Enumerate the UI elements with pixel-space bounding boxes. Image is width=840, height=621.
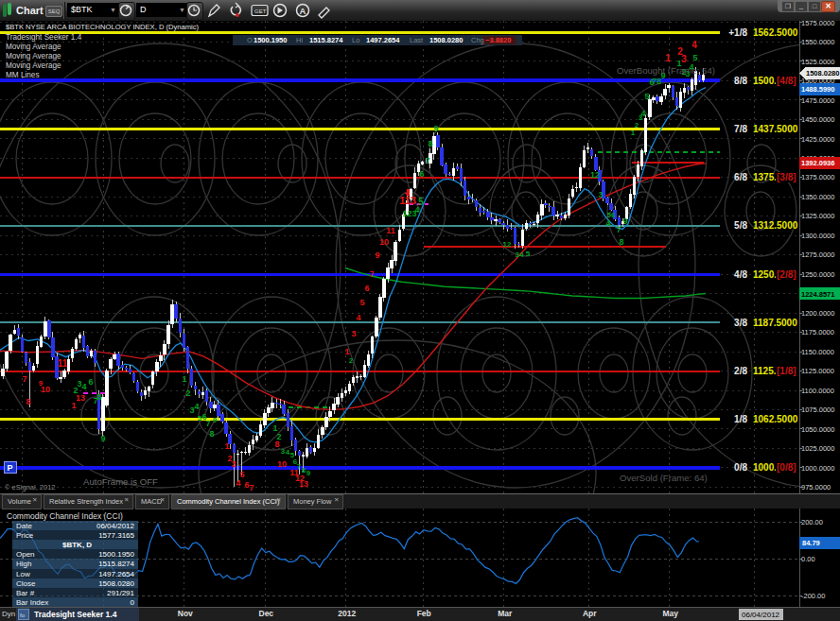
- svg-text:9: 9: [213, 416, 218, 424]
- svg-text:-200.00: -200.00: [801, 592, 825, 600]
- svg-text:✕: ✕: [276, 496, 281, 503]
- svg-text:Moving Average: Moving Average: [6, 52, 61, 60]
- svg-text:✕: ✕: [124, 496, 129, 503]
- svg-text:1150.0000: 1150.0000: [801, 348, 834, 356]
- svg-text:Open: Open: [16, 550, 35, 559]
- svg-text:6/8: 6/8: [734, 172, 747, 182]
- svg-text:3: 3: [598, 190, 603, 199]
- svg-text:+1/8: +1/8: [728, 27, 747, 38]
- svg-text:Lo: Lo: [352, 36, 359, 44]
- svg-text:1100.0000: 1100.0000: [801, 387, 834, 395]
- svg-text:OverBought (Frame: 64): OverBought (Frame: 64): [617, 65, 715, 76]
- svg-text:1300.0000: 1300.0000: [801, 232, 834, 240]
- svg-text:0: 0: [131, 598, 135, 607]
- svg-text:$BTK, D: $BTK, D: [62, 541, 92, 549]
- svg-text:1: 1: [631, 129, 636, 137]
- svg-text:2: 2: [635, 121, 639, 129]
- svg-text:06/04/2012: 06/04/2012: [742, 611, 780, 619]
- svg-text:1000.0000: 1000.0000: [801, 464, 834, 473]
- svg-text:Chg: Chg: [471, 36, 484, 44]
- svg-text:9: 9: [622, 216, 627, 226]
- svg-text:11: 11: [386, 226, 395, 235]
- svg-text:9: 9: [375, 250, 379, 260]
- svg-text:1250.0000: 1250.0000: [801, 270, 834, 279]
- svg-text:1497.2654: 1497.2654: [98, 570, 134, 578]
- svg-text:4: 4: [640, 109, 645, 118]
- svg-text:Date: Date: [16, 522, 32, 530]
- svg-text:8: 8: [428, 139, 432, 148]
- svg-text:1175.0000: 1175.0000: [801, 328, 834, 336]
- svg-text:3/8: 3/8: [734, 318, 747, 328]
- svg-text:975.0000: 975.0000: [801, 483, 831, 492]
- svg-text:[0/8]: [0/8]: [777, 462, 796, 473]
- svg-text:06/04/2012: 06/04/2012: [96, 522, 135, 530]
- svg-text:1312.5000: 1312.5000: [753, 220, 798, 231]
- svg-text:1/8: 1/8: [734, 414, 747, 424]
- svg-text:1525.0000: 1525.0000: [801, 58, 834, 66]
- svg-text:O: O: [247, 36, 253, 44]
- svg-text:High: High: [16, 560, 31, 568]
- svg-text:1577.3165: 1577.3165: [98, 531, 134, 540]
- svg-text:4: 4: [414, 205, 419, 215]
- svg-text:7: 7: [249, 483, 254, 492]
- svg-text:1325.0000: 1325.0000: [801, 212, 834, 220]
- svg-text:OverSold (Frame: 64): OverSold (Frame: 64): [620, 473, 708, 483]
- svg-text:$BTK NYSE ARCA BIOTECHNOLOGY I: $BTK NYSE ARCA BIOTECHNOLOGY INDEX, D (D…: [6, 23, 200, 31]
- svg-text:3: 3: [351, 329, 356, 338]
- svg-text:Nov: Nov: [178, 609, 193, 618]
- svg-text:1392.0936: 1392.0936: [801, 159, 834, 167]
- svg-text:1: 1: [344, 347, 349, 356]
- svg-text:MM Lines: MM Lines: [6, 71, 40, 79]
- svg-text:5: 5: [359, 298, 364, 307]
- svg-text:Moving Average: Moving Average: [6, 61, 61, 70]
- svg-text:291/291: 291/291: [107, 589, 134, 597]
- svg-text:2/8: 2/8: [734, 366, 747, 376]
- svg-text:1125.0000: 1125.0000: [801, 367, 834, 375]
- svg-text:1550.0000: 1550.0000: [801, 38, 834, 46]
- svg-text:1275.0000: 1275.0000: [801, 250, 834, 259]
- svg-text:Tradesight Seeker 1.4: Tradesight Seeker 1.4: [34, 610, 117, 619]
- svg-text:7: 7: [369, 269, 374, 279]
- svg-text:8: 8: [209, 429, 214, 439]
- svg-text:4: 4: [194, 402, 199, 411]
- svg-text:0/8: 0/8: [734, 462, 747, 473]
- svg-text:A: A: [300, 6, 306, 16]
- svg-text:10: 10: [277, 459, 287, 469]
- svg-text:1: 1: [182, 374, 186, 384]
- svg-text:Low: Low: [16, 570, 30, 578]
- svg-text:1500.1950: 1500.1950: [254, 36, 287, 44]
- svg-text:1: 1: [224, 441, 229, 451]
- svg-text:2: 2: [185, 388, 190, 398]
- svg-text:9: 9: [306, 469, 311, 477]
- svg-text:12: 12: [503, 240, 512, 249]
- svg-text:12: 12: [590, 170, 600, 180]
- svg-text:1062.5000: 1062.5000: [753, 414, 798, 424]
- svg-text:1350.0000: 1350.0000: [801, 193, 834, 201]
- svg-text:Last: Last: [410, 36, 424, 44]
- svg-text:[1/8]: [1/8]: [777, 366, 796, 376]
- svg-text:13: 13: [76, 393, 85, 403]
- svg-text:1515.8274: 1515.8274: [309, 36, 343, 44]
- svg-text:10: 10: [379, 237, 389, 247]
- svg-text:5/8: 5/8: [734, 220, 747, 231]
- svg-text:5: 5: [239, 470, 244, 479]
- svg-text:6: 6: [364, 284, 369, 293]
- svg-text:1: 1: [665, 53, 671, 63]
- svg-text:fo: fo: [20, 612, 26, 618]
- svg-text:Moving Average: Moving Average: [6, 43, 61, 51]
- svg-text:© eSignal, 2012: © eSignal, 2012: [5, 483, 55, 492]
- svg-text:13: 13: [299, 479, 308, 489]
- svg-text:1450.0000: 1450.0000: [801, 115, 834, 124]
- svg-text:2: 2: [349, 356, 354, 365]
- svg-text:5: 5: [692, 53, 697, 62]
- svg-text:9: 9: [433, 124, 438, 133]
- svg-text:1508.0280: 1508.0280: [806, 69, 839, 78]
- svg-text:1475.0000: 1475.0000: [801, 96, 834, 105]
- svg-text:8: 8: [274, 440, 279, 449]
- svg-text:Feb: Feb: [417, 609, 431, 618]
- svg-text:4: 4: [691, 40, 697, 50]
- svg-text:1224.8571: 1224.8571: [801, 290, 834, 299]
- svg-text:[3/8]: [3/8]: [777, 172, 796, 182]
- svg-text:8: 8: [619, 237, 623, 247]
- svg-text:1050.0000: 1050.0000: [801, 425, 834, 434]
